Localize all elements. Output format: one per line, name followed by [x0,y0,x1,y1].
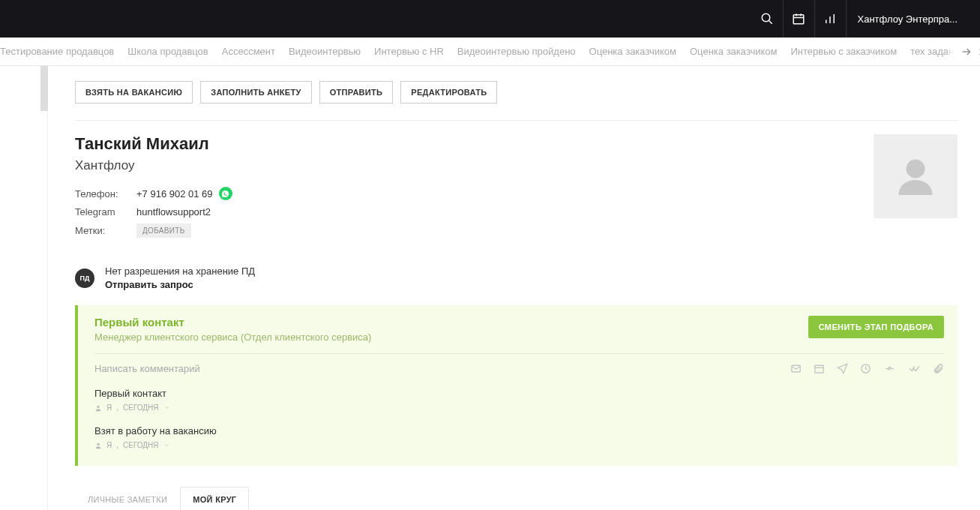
stage-item[interactable]: Интервью с заказчиком [790,46,897,57]
telegram-label: Telegram [75,206,136,218]
tags-row: Метки: ДОБАВИТЬ [75,224,874,238]
log-title: Первый контакт [94,388,944,399]
scroll-right-icon[interactable] [946,38,973,66]
comment-row: Написать комментарий [94,353,944,374]
candidate-company: Хантфлоу [75,158,874,173]
stage-nav-items: Тестирование продавцов Школа продавцов А… [0,46,980,57]
attach-icon[interactable] [933,363,944,374]
handshake-icon[interactable] [883,363,896,374]
pd-badge: ПД [75,268,94,288]
stage-position: Менеджер клиентского сервиса (Отдел клие… [94,332,371,343]
stage-title: Первый контакт [94,316,371,328]
layout: ВЗЯТЬ НА ВАКАНСИЮ ЗАПОЛНИТЬ АНКЕТУ ОТПРА… [0,66,980,510]
svg-point-15 [97,406,99,408]
tab-notes[interactable]: ЛИЧНЫЕ ЗАМЕТКИ [75,487,180,510]
change-stage-button[interactable]: СМЕНИТЬ ЭТАП ПОДБОРА [808,316,944,338]
edit-button[interactable]: РЕДАКТИРОВАТЬ [400,81,497,104]
add-tag-button[interactable]: ДОБАВИТЬ [136,224,191,238]
log-when: СЕГОДНЯ [123,404,159,412]
log-meta[interactable]: Я, СЕГОДНЯ [94,404,944,412]
org-name[interactable]: Хантфлоу Энтерпра... [846,0,970,38]
search-icon[interactable] [751,0,783,38]
log-title: Взят в работу на вакансию [94,425,944,436]
stage-nav: Тестирование продавцов Школа продавцов А… [0,38,980,66]
candidate-name: Танский Михаил [75,134,874,154]
log-meta[interactable]: Я, СЕГОДНЯ [94,441,944,449]
phone-value: +7 916 902 01 69 [136,188,213,200]
pd-notice: ПД Нет разрешения на хранение ПД Отправи… [75,265,958,292]
stage-item[interactable]: Оценка заказчиком [690,46,777,57]
action-row: ВЗЯТЬ НА ВАКАНСИЮ ЗАПОЛНИТЬ АНКЕТУ ОТПРА… [75,81,958,104]
telegram-row: Telegram huntflowsupport2 [75,206,874,218]
profile-info: Танский Михаил Хантфлоу Телефон: +7 916 … [75,134,874,244]
profile-head: Танский Михаил Хантфлоу Телефон: +7 916 … [75,134,958,244]
tags-label: Метки: [75,225,136,236]
avatar-placeholder [874,134,958,218]
fill-form-button[interactable]: ЗАПОЛНИТЬ АНКЕТУ [200,81,311,104]
log-entry: Первый контакт Я, СЕГОДНЯ [94,388,944,412]
stage-item[interactable]: Школа продавцов [127,46,208,57]
clock-icon[interactable] [860,363,871,374]
log-author: Я [106,441,112,449]
comment-icons [790,363,944,374]
left-rail [0,66,48,510]
log-entry: Взят в работу на вакансию Я, СЕГОДНЯ [94,425,944,449]
svg-point-16 [97,443,99,446]
stage-item[interactable]: Тестирование продавцов [0,46,114,57]
stage-item[interactable]: Видеоинтервью пройдено [457,46,576,57]
send-button[interactable]: ОТПРАВИТЬ [319,81,394,104]
comment-input[interactable]: Написать комментарий [94,363,790,374]
whatsapp-icon[interactable] [219,187,232,200]
topbar: Хантфлоу Энтерпра... [0,0,980,38]
stage-item[interactable]: Интервью с HR [374,46,444,57]
take-vacancy-button[interactable]: ВЗЯТЬ НА ВАКАНСИЮ [75,81,193,104]
send-msg-icon[interactable] [837,363,848,374]
pd-send-request-link[interactable]: Отправить запрос [105,278,255,292]
phone-row: Телефон: +7 916 902 01 69 [75,187,874,200]
mail-icon[interactable] [790,363,802,374]
stage-card: Первый контакт Менеджер клиентского серв… [75,305,958,466]
stage-item[interactable]: Ассессмент [222,46,275,57]
stats-icon[interactable] [814,0,846,38]
pd-text: Нет разрешения на хранение ПД Отправить … [105,265,255,292]
phone-label: Телефон: [75,188,136,200]
pd-no-permission: Нет разрешения на хранение ПД [105,265,255,278]
tabs: ЛИЧНЫЕ ЗАМЕТКИ МОЙ КРУГ [75,487,958,510]
tab-circle[interactable]: МОЙ КРУГ [180,487,249,510]
telegram-value: huntflowsupport2 [136,206,211,218]
calendar-icon[interactable] [783,0,814,38]
topbar-icons [751,0,846,38]
divider [75,120,958,121]
svg-point-0 [762,14,770,22]
stage-header: Первый контакт Менеджер клиентского серв… [94,316,944,353]
svg-rect-2 [793,15,804,24]
svg-rect-12 [815,366,823,374]
double-check-icon[interactable] [908,363,921,374]
calendar-small-icon[interactable] [814,363,825,374]
log-author: Я [106,404,112,412]
rail-scroll-thumb[interactable] [40,66,48,111]
svg-point-10 [907,160,925,178]
svg-line-1 [769,20,772,24]
stage-item[interactable]: Видеоинтервью [289,46,361,57]
stage-item[interactable]: Оценка заказчиком [589,46,676,57]
log-when: СЕГОДНЯ [123,441,159,449]
main-content: ВЗЯТЬ НА ВАКАНСИЮ ЗАПОЛНИТЬ АНКЕТУ ОТПРА… [48,66,980,510]
